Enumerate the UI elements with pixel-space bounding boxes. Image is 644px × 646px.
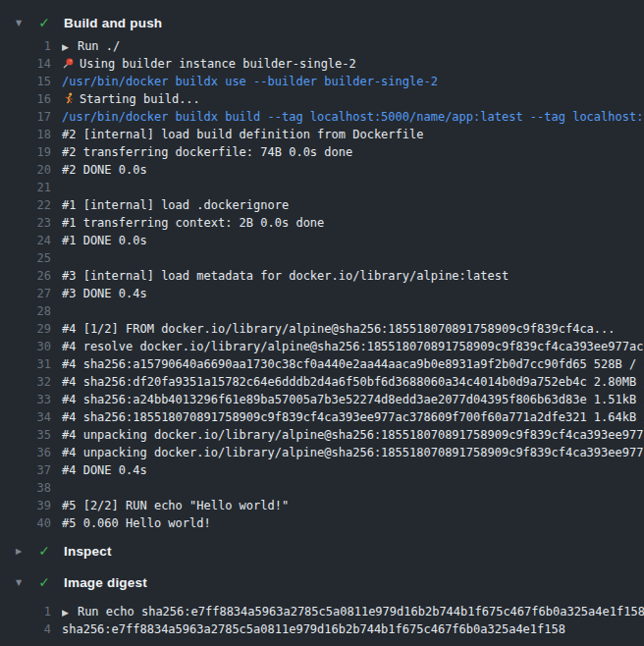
line-number[interactable]: 36 [0,444,51,461]
line-number[interactable]: 26 [0,267,51,285]
line-number[interactable]: 37 [0,461,51,479]
line-number[interactable]: 35 [0,426,51,444]
section-title[interactable]: Inspect [64,544,112,559]
log-line[interactable]: 21 [0,179,644,196]
log-text: /usr/bin/docker buildx use --builder bui… [62,73,438,90]
log-line[interactable]: 36#4 unpacking docker.io/library/alpine@… [0,444,644,461]
line-number[interactable]: 1 [0,37,51,55]
log-line[interactable]: 38 [0,479,644,497]
log-text: #5 0.060 Hello world! [62,514,211,532]
log-line[interactable]: 24#1 DONE 0.0s [0,232,644,249]
line-number[interactable]: 1 [0,603,51,620]
line-number[interactable]: 39 [0,497,51,514]
log-text: #4 [1/2] FROM docker.io/library/alpine@s… [62,320,616,338]
check-icon: ✓ [37,543,51,559]
log-line[interactable]: 28 [0,302,644,320]
log-text: Using builder instance builder-single-2 [62,55,356,73]
log-line[interactable]: 39#5 [2/2] RUN echo "Hello world!" [0,497,644,514]
log-line[interactable]: 27#3 DONE 0.4s [0,285,644,302]
log-line[interactable]: 1▶Run echo sha256:e7ff8834a5963a2785c5a0… [0,603,644,620]
log-line[interactable]: 37#4 DONE 0.4s [0,461,644,479]
log-text: #3 DONE 0.4s [62,285,147,302]
line-number[interactable]: 21 [0,179,51,196]
log-text: #5 [2/2] RUN echo "Hello world!" [62,497,289,514]
log-text: Starting build... [62,90,200,108]
line-number[interactable]: 22 [0,196,51,214]
log-text: #2 DONE 0.0s [62,161,147,179]
line-number[interactable]: 38 [0,479,51,497]
line-number[interactable]: 40 [0,514,51,532]
log-line[interactable]: 31#4 sha256:a15790640a6690aa1730c38cf0a4… [0,355,644,373]
log-line[interactable]: 35#4 unpacking docker.io/library/alpine@… [0,426,644,444]
line-number[interactable]: 23 [0,214,51,232]
log-line[interactable]: 19#2 transferring dockerfile: 74B 0.0s d… [0,143,644,161]
section-header-inspect[interactable]: ▶ ✓ Inspect [0,536,644,565]
log-line[interactable]: 29#4 [1/2] FROM docker.io/library/alpine… [0,320,644,338]
line-number[interactable]: 20 [0,161,51,179]
log-text: sha256:e7ff8834a5963a2785c5a0811e979d16b… [62,620,565,638]
log-text: #1 transferring context: 2B 0.0s done [62,214,324,232]
log-line[interactable]: 18#2 [internal] load build definition fr… [0,126,644,143]
check-icon: ✓ [37,574,51,590]
line-number[interactable]: 34 [0,408,51,426]
chevron-right-icon[interactable]: ▶ [14,547,24,556]
workflow-log-viewer: ▼ ✓ Build and push 1▶Run ./14Using build… [0,0,644,646]
line-number[interactable]: 25 [0,249,51,267]
log-line[interactable]: 23#1 transferring context: 2B 0.0s done [0,214,644,232]
log-line[interactable]: 40#5 0.060 Hello world! [0,514,644,532]
log-line[interactable]: 15/usr/bin/docker buildx use --builder b… [0,73,644,90]
log-text: ▶Run echo sha256:e7ff8834a5963a2785c5a08… [62,603,644,620]
check-icon: ✓ [37,15,51,30]
line-number[interactable]: 19 [0,143,51,161]
log-section-inspect: ▶ ✓ Inspect [0,536,644,567]
line-number[interactable]: 18 [0,126,51,143]
section-header-build-and-push[interactable]: ▼ ✓ Build and push [0,8,644,37]
log-line[interactable]: 30#4 resolve docker.io/library/alpine@sh… [0,338,644,355]
log-line[interactable]: 4sha256:e7ff8834a5963a2785c5a0811e979d16… [0,620,644,638]
line-number[interactable]: 17 [0,108,51,126]
log-line[interactable]: 25 [0,249,644,267]
log-line[interactable]: 34#4 sha256:185518070891758909c9f839cf4c… [0,408,644,426]
log-lines-build-and-push: 1▶Run ./14Using builder instance builder… [0,37,644,532]
section-title[interactable]: Image digest [64,575,147,590]
log-text: #1 [internal] load .dockerignore [62,196,289,214]
log-section-image-digest: ▼ ✓ Image digest 1▶Run echo sha256:e7ff8… [0,567,644,638]
line-number[interactable]: 30 [0,338,51,355]
log-line[interactable]: 1▶Run ./ [0,37,644,55]
log-line[interactable]: 26#3 [internal] load metadata for docker… [0,267,644,285]
line-number[interactable]: 24 [0,232,51,249]
log-text: #1 DONE 0.0s [62,232,147,249]
line-number[interactable]: 27 [0,285,51,302]
line-number[interactable]: 31 [0,355,51,373]
log-text: #4 sha256:a24bb4013296f61e89ba57005a7b3e… [62,391,644,408]
line-number[interactable]: 15 [0,73,51,90]
line-number[interactable]: 29 [0,320,51,338]
log-text: #4 unpacking docker.io/library/alpine@sh… [62,444,644,461]
line-number[interactable]: 32 [0,373,51,391]
line-number[interactable]: 28 [0,302,51,320]
line-number[interactable]: 33 [0,391,51,408]
log-text: #4 sha256:185518070891758909c9f839cf4ca3… [62,408,644,426]
log-line[interactable]: 17/usr/bin/docker buildx build --tag loc… [0,108,644,126]
log-line[interactable]: 33#4 sha256:a24bb4013296f61e89ba57005a7b… [0,391,644,408]
log-line[interactable]: 32#4 sha256:df20fa9351a15782c64e6dddb2d4… [0,373,644,391]
log-line[interactable]: 14Using builder instance builder-single-… [0,55,644,73]
chevron-down-icon[interactable]: ▼ [14,578,24,587]
log-text: /usr/bin/docker buildx build --tag local… [62,108,644,126]
line-number[interactable]: 16 [0,90,51,108]
log-section-build-and-push: ▼ ✓ Build and push 1▶Run ./14Using build… [0,8,644,532]
expand-group-icon[interactable]: ▶ [62,604,69,620]
section-header-image-digest[interactable]: ▼ ✓ Image digest [0,567,644,597]
line-number[interactable]: 14 [0,55,51,73]
log-text: #4 unpacking docker.io/library/alpine@sh… [62,426,644,444]
log-line[interactable]: 20#2 DONE 0.0s [0,161,644,179]
pushpin-icon [62,55,77,73]
expand-group-icon[interactable]: ▶ [62,38,69,55]
line-number[interactable]: 4 [0,620,51,638]
log-line[interactable]: 22#1 [internal] load .dockerignore [0,196,644,214]
section-title[interactable]: Build and push [64,16,162,30]
chevron-down-icon[interactable]: ▼ [14,19,24,27]
log-text: #3 [internal] load metadata for docker.i… [62,267,509,285]
runner-icon [62,90,77,108]
log-line[interactable]: 16Starting build... [0,90,644,108]
